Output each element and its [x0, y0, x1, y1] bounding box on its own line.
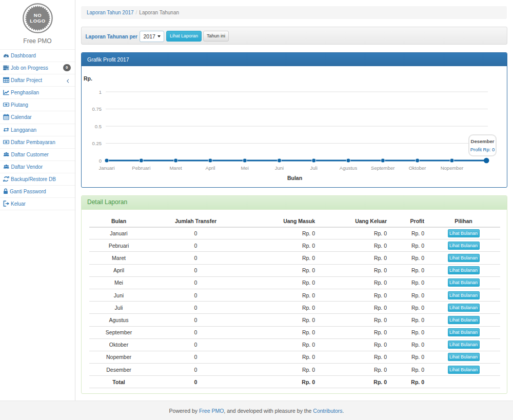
svg-text:Profit Rp: 0: Profit Rp: 0: [470, 147, 495, 152]
svg-text:0.75: 0.75: [92, 106, 102, 112]
svg-text:0.25: 0.25: [92, 141, 102, 146]
svg-text:1: 1: [99, 89, 102, 95]
svg-text:Agustus: Agustus: [340, 165, 358, 171]
svg-text:Juli: Juli: [310, 165, 318, 171]
svg-text:Juni: Juni: [275, 165, 284, 171]
svg-text:April: April: [205, 165, 215, 171]
svg-text:Desember: Desember: [471, 138, 495, 144]
svg-text:Bulan: Bulan: [287, 175, 302, 181]
svg-text:0: 0: [99, 158, 102, 164]
svg-text:NO: NO: [33, 12, 41, 18]
svg-text:Rp.: Rp.: [84, 75, 92, 82]
svg-text:Maret: Maret: [169, 165, 182, 171]
svg-text:LOGO: LOGO: [30, 18, 45, 24]
svg-text:Mei: Mei: [241, 165, 249, 171]
svg-text:Nopember: Nopember: [441, 165, 463, 171]
svg-text:Pebruari: Pebruari: [132, 165, 150, 171]
svg-text:Januari: Januari: [98, 165, 114, 171]
svg-text:Oktober: Oktober: [409, 165, 426, 171]
svg-text:September: September: [371, 165, 394, 171]
svg-text:0.5: 0.5: [95, 124, 102, 129]
